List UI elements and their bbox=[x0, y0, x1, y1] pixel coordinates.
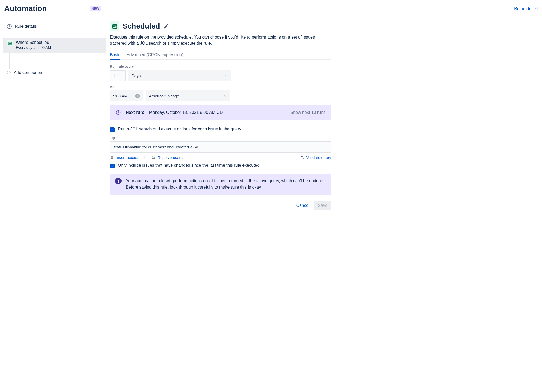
return-to-list-link[interactable]: Return to list bbox=[514, 6, 538, 11]
resolve-users-link[interactable]: Resolve users bbox=[151, 155, 183, 160]
plus-circle-icon bbox=[7, 71, 11, 74]
clock-icon bbox=[116, 110, 121, 115]
component-description: Executes this rule on the provided sched… bbox=[110, 34, 331, 46]
interval-unit-select[interactable]: Days bbox=[128, 70, 231, 81]
jql-search-checkbox[interactable] bbox=[110, 127, 115, 132]
only-changed-checkbox[interactable] bbox=[110, 164, 115, 168]
at-label: At bbox=[110, 85, 331, 89]
next-run-label: Next run: bbox=[126, 110, 144, 115]
jql-input[interactable] bbox=[110, 141, 331, 153]
time-select[interactable]: 9:00 AM bbox=[110, 90, 143, 101]
trigger-title: When: Scheduled bbox=[16, 40, 51, 45]
warning-banner: ! Your automation rule will perform acti… bbox=[110, 174, 331, 195]
main-panel: Scheduled Executes this rule on the prov… bbox=[106, 17, 335, 216]
page-header: Automation NEW Return to list bbox=[0, 0, 542, 17]
timeline-connector bbox=[9, 53, 10, 69]
jql-search-label: Run a JQL search and execute actions for… bbox=[118, 127, 242, 132]
warning-icon: ! bbox=[115, 178, 122, 184]
users-icon bbox=[151, 156, 156, 160]
svg-rect-0 bbox=[8, 42, 11, 45]
cancel-button[interactable]: Cancel bbox=[293, 201, 313, 210]
validate-query-label: Validate query bbox=[306, 155, 331, 160]
user-icon bbox=[110, 156, 114, 160]
trigger-subtitle: Every day at 9:00 AM bbox=[16, 45, 51, 50]
svg-rect-5 bbox=[10, 43, 11, 44]
add-component-button[interactable]: Add component bbox=[3, 69, 106, 77]
required-indicator: * bbox=[117, 136, 118, 140]
interval-input[interactable] bbox=[110, 70, 126, 81]
scheduled-trigger-card[interactable]: When: Scheduled Every day at 9:00 AM bbox=[3, 38, 106, 53]
info-icon: i bbox=[7, 24, 12, 29]
svg-point-14 bbox=[111, 156, 113, 158]
tabs: Basic Advanced (CRON expression) bbox=[110, 51, 331, 60]
page-title: Automation bbox=[4, 4, 47, 13]
search-icon bbox=[300, 156, 305, 160]
svg-point-16 bbox=[154, 157, 155, 158]
svg-point-15 bbox=[152, 156, 154, 158]
component-title: Scheduled bbox=[123, 22, 160, 30]
sidebar: i Rule details When: Scheduled Every day… bbox=[0, 17, 106, 216]
svg-rect-10 bbox=[113, 26, 114, 27]
next-run-banner: Next run: Monday, October 18, 2021 9:00 … bbox=[110, 105, 331, 120]
only-changed-label: Only include issues that have changed si… bbox=[118, 163, 259, 168]
chevron-down-icon bbox=[225, 74, 228, 77]
interval-unit-value: Days bbox=[132, 73, 141, 78]
svg-rect-11 bbox=[114, 26, 115, 27]
tab-basic[interactable]: Basic bbox=[110, 51, 120, 60]
save-button: Save bbox=[314, 201, 331, 210]
svg-rect-4 bbox=[9, 43, 10, 44]
timezone-select[interactable]: America/Chicago bbox=[146, 90, 230, 101]
tab-advanced[interactable]: Advanced (CRON expression) bbox=[127, 51, 183, 59]
new-badge: NEW bbox=[90, 6, 101, 11]
calendar-icon bbox=[110, 21, 119, 31]
svg-point-17 bbox=[301, 156, 303, 158]
time-value: 9:00 AM bbox=[113, 94, 128, 98]
rule-details-item[interactable]: i Rule details bbox=[3, 21, 106, 31]
svg-rect-12 bbox=[116, 26, 116, 27]
edit-icon[interactable] bbox=[163, 23, 169, 29]
clear-icon[interactable] bbox=[135, 94, 140, 98]
divider bbox=[3, 34, 106, 34]
resolve-users-label: Resolve users bbox=[157, 155, 183, 160]
chevron-down-icon bbox=[223, 94, 227, 98]
insert-account-label: Insert account id bbox=[116, 155, 145, 160]
warning-text: Your automation rule will perform action… bbox=[126, 178, 326, 190]
add-component-label: Add component bbox=[14, 70, 43, 75]
svg-line-18 bbox=[303, 158, 304, 159]
jql-field-label: JQL bbox=[110, 136, 116, 140]
timezone-value: America/Chicago bbox=[149, 94, 179, 98]
validate-query-link[interactable]: Validate query bbox=[300, 155, 331, 160]
next-run-value: Monday, October 18, 2021 9:00 AM CDT bbox=[149, 110, 225, 115]
calendar-icon bbox=[7, 40, 13, 46]
run-every-label: Run rule every bbox=[110, 64, 331, 68]
insert-account-id-link[interactable]: Insert account id bbox=[110, 155, 145, 160]
show-next-runs-link[interactable]: Show next 10 runs bbox=[290, 110, 325, 115]
rule-details-label: Rule details bbox=[15, 24, 37, 29]
